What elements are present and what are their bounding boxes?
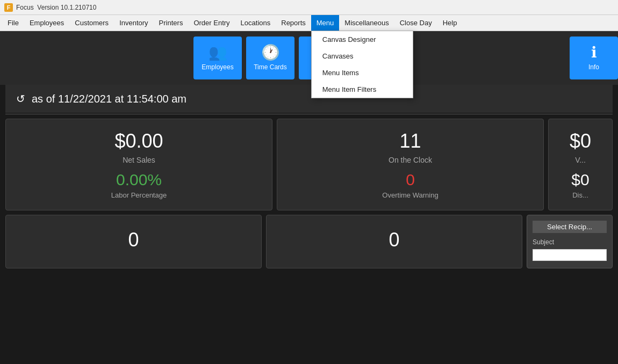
- timestamp-text: as of 11/22/2021 at 11:54:00 am: [32, 93, 186, 105]
- select-recipient-panel: Select Recip... Subject: [527, 215, 613, 268]
- dropdown-canvas-designer[interactable]: Canvas Designer: [312, 31, 413, 48]
- menu-inventory[interactable]: Inventory: [114, 15, 153, 31]
- menu-reports[interactable]: Reports: [276, 15, 311, 31]
- app-version: Version 10.1.210710: [37, 4, 96, 11]
- subject-input[interactable]: [533, 249, 607, 261]
- labor-pct-value: 0.00%: [116, 171, 162, 189]
- employees-button[interactable]: 👥 Employees: [193, 37, 242, 79]
- timestamp-bar: ↺ as of 11/22/2021 at 11:54:00 am: [5, 85, 613, 113]
- employees-icon: 👥: [209, 45, 227, 60]
- stats-row-2: 0 0 Select Recip... Subject: [5, 215, 613, 268]
- info-label: Info: [588, 63, 599, 71]
- menu-help[interactable]: Help: [437, 15, 463, 31]
- menu-miscellaneous[interactable]: Miscellaneous: [339, 15, 394, 31]
- partial-secondary-label: Dis...: [572, 191, 588, 199]
- dropdown-menu-item-filters[interactable]: Menu Item Filters: [312, 81, 413, 98]
- labor-pct-label: Labor Percentage: [111, 191, 167, 199]
- dropdown-canvases[interactable]: Canvases: [312, 48, 413, 64]
- on-clock-label: On the Clock: [389, 156, 432, 164]
- on-clock-card: 11 On the Clock 0 Overtime Warning: [277, 119, 544, 210]
- subject-label: Subject: [533, 238, 607, 246]
- overtime-warning-value: 0: [406, 171, 415, 189]
- menu-order-entry[interactable]: Order Entry: [188, 15, 235, 31]
- partial-card: $0 V... $0 Dis...: [548, 119, 613, 210]
- toolbar: 👥 Employees 🕐 Time Cards 📋 Checks ℹ Info: [0, 31, 618, 85]
- divider: [5, 114, 613, 114]
- refresh-icon[interactable]: ↺: [16, 92, 25, 105]
- net-sales-label: Net Sales: [123, 156, 155, 164]
- menu-locations[interactable]: Locations: [235, 15, 276, 31]
- menu-employees[interactable]: Employees: [24, 15, 69, 31]
- stats-row-1: $0.00 Net Sales 0.00% Labor Percentage 1…: [5, 119, 613, 215]
- main-content: 👥 Employees 🕐 Time Cards 📋 Checks ℹ Info…: [0, 31, 618, 364]
- menu-file[interactable]: File: [2, 15, 24, 31]
- time-cards-label: Time Cards: [254, 63, 287, 71]
- stat-row2-card-1: 0: [5, 215, 262, 268]
- menu-dropdown: Canvas Designer Canvases Menu Items Menu…: [311, 31, 413, 98]
- menu-menu[interactable]: Menu: [311, 15, 340, 31]
- partial-main-value: $0: [570, 130, 591, 152]
- menu-printers[interactable]: Printers: [154, 15, 189, 31]
- app-icon: F: [4, 3, 13, 12]
- f-logo: F: [4, 3, 13, 12]
- net-sales-card: $0.00 Net Sales 0.00% Labor Percentage: [5, 119, 272, 210]
- stat-row2-val-1: 0: [128, 229, 139, 251]
- title-bar: F Focus Version 10.1.210710: [0, 0, 618, 15]
- net-sales-value: $0.00: [114, 130, 163, 152]
- menu-bar: File Employees Customers Inventory Print…: [0, 15, 618, 31]
- menu-close-day[interactable]: Close Day: [394, 15, 437, 31]
- info-button[interactable]: ℹ Info: [570, 37, 618, 79]
- select-recipient-title: Select Recip...: [533, 221, 607, 233]
- employees-label: Employees: [202, 63, 233, 71]
- overtime-warning-label: Overtime Warning: [382, 191, 438, 199]
- dashboard: ↺ as of 11/22/2021 at 11:54:00 am $0.00 …: [0, 85, 618, 364]
- on-clock-value: 11: [399, 130, 421, 152]
- app-name: Focus: [16, 4, 34, 11]
- stat-row2-val-2: 0: [389, 229, 399, 251]
- info-icon: ℹ: [591, 45, 597, 60]
- time-cards-button[interactable]: 🕐 Time Cards: [246, 37, 294, 79]
- menu-customers[interactable]: Customers: [69, 15, 114, 31]
- dropdown-menu-items[interactable]: Menu Items: [312, 64, 413, 81]
- stat-row2-card-2: 0: [266, 215, 522, 268]
- partial-main-label: V...: [575, 156, 586, 164]
- title-text: Focus Version 10.1.210710: [16, 4, 96, 11]
- partial-secondary-value: $0: [571, 171, 589, 189]
- time-cards-icon: 🕐: [261, 45, 280, 60]
